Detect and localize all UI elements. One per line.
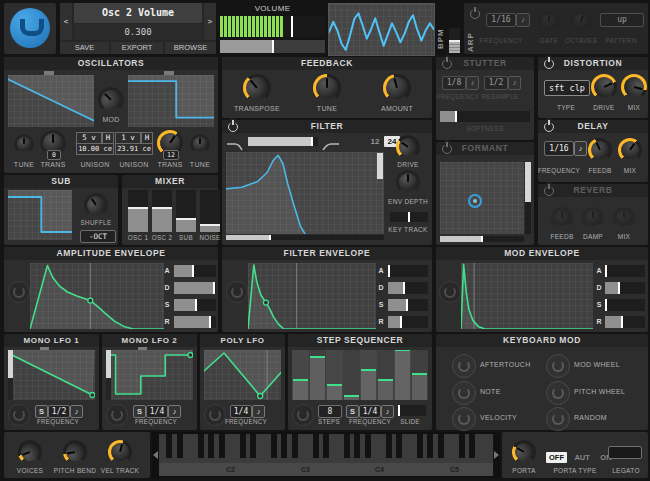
lfo2-mod-source-button[interactable]: [106, 404, 128, 426]
filter-drive-knob[interactable]: [396, 135, 420, 159]
lfo2-frequency-value[interactable]: 1/4: [146, 405, 168, 418]
feedback-amount-knob[interactable]: [383, 74, 411, 102]
filter-12db-button[interactable]: 12: [368, 136, 382, 147]
amp-env-decay-slider[interactable]: [174, 282, 216, 294]
random-mod-source-button[interactable]: [546, 407, 570, 431]
patch-name[interactable]: Osc 2 Volume: [74, 3, 202, 23]
black-key[interactable]: [427, 434, 433, 458]
volume-slider[interactable]: [220, 40, 325, 53]
stutter-resample-note-icon[interactable]: ♪: [508, 76, 521, 90]
delay-feedback-knob[interactable]: [588, 138, 612, 162]
filter-cutoff-slider[interactable]: [226, 235, 384, 240]
step-seq-note-icon[interactable]: ♪: [381, 405, 394, 418]
black-key[interactable]: [344, 434, 350, 458]
black-key[interactable]: [240, 434, 246, 458]
poly-lfo-note-icon[interactable]: ♪: [252, 405, 265, 418]
step-seq-mod-source-button[interactable]: [292, 404, 314, 426]
distortion-drive-knob[interactable]: [591, 74, 617, 100]
keyboard-scroll-right-icon[interactable]: [494, 451, 499, 459]
filter-env-display[interactable]: [248, 263, 376, 329]
black-key[interactable]: [396, 434, 402, 458]
mixer-osc2-slider[interactable]: [152, 190, 172, 232]
black-key[interactable]: [271, 434, 277, 458]
black-key[interactable]: [417, 434, 423, 458]
black-key[interactable]: [177, 434, 183, 458]
arp-pattern-value[interactable]: up: [600, 13, 644, 27]
black-key[interactable]: [198, 434, 204, 458]
formant-x-slider[interactable]: [440, 236, 524, 242]
sub-octave-button[interactable]: -OCT: [80, 230, 116, 243]
black-key[interactable]: [292, 434, 298, 458]
amp-env-sustain-slider[interactable]: [174, 299, 216, 311]
amp-env-mod-source-button[interactable]: [8, 281, 30, 303]
aftertouch-mod-source-button[interactable]: [452, 354, 476, 378]
step-4[interactable]: [343, 350, 360, 400]
next-patch-button[interactable]: >: [204, 3, 216, 40]
browse-button[interactable]: BROWSE: [165, 42, 216, 54]
lfo1-note-icon[interactable]: ♪: [70, 405, 83, 418]
formant-xy-handle[interactable]: [468, 194, 482, 208]
filter-env-depth-knob[interactable]: [396, 170, 420, 194]
lfo2-note-icon[interactable]: ♪: [168, 405, 181, 418]
mod-env-release-slider[interactable]: [605, 316, 645, 328]
amp-env-attack-slider[interactable]: [174, 265, 216, 277]
save-button[interactable]: SAVE: [60, 42, 109, 54]
black-key[interactable]: [166, 434, 172, 458]
step-seq-steps-value[interactable]: 8: [318, 405, 342, 418]
black-key[interactable]: [469, 434, 475, 458]
legato-toggle[interactable]: [608, 446, 642, 459]
black-key[interactable]: [459, 434, 465, 458]
feedback-tune-knob[interactable]: [313, 74, 341, 102]
patch-value[interactable]: 0.300: [74, 24, 202, 40]
lfo1-wave-display[interactable]: [8, 350, 95, 400]
step-seq-frequency-value[interactable]: 1/4: [359, 405, 381, 418]
stutter-freq-note-icon[interactable]: ♪: [466, 76, 479, 90]
white-key[interactable]: [483, 434, 494, 476]
arp-frequency-value[interactable]: 1/16: [486, 13, 516, 27]
filter-key-track-slider[interactable]: [390, 212, 428, 222]
mixer-noise-slider[interactable]: [200, 190, 220, 232]
lfo1-mod-source-button[interactable]: [8, 404, 30, 426]
tempo-note-icon[interactable]: ♪: [516, 13, 530, 27]
filter-env-sustain-slider[interactable]: [388, 299, 428, 311]
arp-power-button[interactable]: [470, 9, 480, 19]
formant-y-slider[interactable]: [525, 162, 531, 234]
step-1[interactable]: [292, 350, 309, 400]
poly-lfo-wave-display[interactable]: [204, 350, 281, 400]
sub-shuffle-knob[interactable]: [84, 193, 108, 217]
osc1-tune-knob[interactable]: [14, 134, 34, 154]
porta-knob[interactable]: [512, 440, 536, 464]
step-seq-sync-button[interactable]: S: [346, 405, 359, 418]
keyboard[interactable]: C2 C3 C4 C5: [152, 432, 500, 478]
pitch-wheel-mod-source-button[interactable]: [546, 381, 570, 405]
cross-mod-knob[interactable]: [98, 87, 124, 113]
delay-mix-knob[interactable]: [618, 138, 642, 162]
mod-env-decay-slider[interactable]: [605, 282, 645, 294]
black-key[interactable]: [208, 434, 214, 458]
osc2-tune-knob[interactable]: [190, 134, 210, 154]
black-key[interactable]: [313, 434, 319, 458]
filter-env-release-slider[interactable]: [388, 316, 428, 328]
mod-env-display[interactable]: [461, 263, 593, 329]
mod-wheel-mod-source-button[interactable]: [546, 354, 570, 378]
step-5[interactable]: [360, 350, 377, 400]
lfo2-sync-button[interactable]: S: [133, 405, 146, 418]
feedback-transpose-knob[interactable]: [243, 74, 271, 102]
osc2-unison-cents[interactable]: 23.91 ce: [115, 143, 153, 155]
mod-env-attack-slider[interactable]: [605, 265, 645, 277]
export-button[interactable]: EXPORT: [111, 42, 163, 54]
poly-lfo-frequency-value[interactable]: 1/4: [230, 405, 252, 418]
reverb-mix-knob[interactable]: [613, 207, 635, 229]
voices-knob[interactable]: [18, 440, 42, 464]
step-2[interactable]: [309, 350, 326, 400]
mixer-osc1-slider[interactable]: [128, 190, 148, 232]
filter-env-decay-slider[interactable]: [388, 282, 428, 294]
stutter-resample-value[interactable]: 1/2: [484, 76, 508, 90]
mixer-sub-slider[interactable]: [176, 190, 196, 232]
porta-type-auto-button[interactable]: AUT: [571, 452, 592, 463]
distortion-mix-knob[interactable]: [621, 74, 647, 100]
lfo1-amp-slider[interactable]: [8, 350, 13, 400]
prev-patch-button[interactable]: <: [60, 3, 72, 40]
step-sequencer-display[interactable]: [292, 350, 428, 400]
velocity-mod-source-button[interactable]: [452, 407, 476, 431]
